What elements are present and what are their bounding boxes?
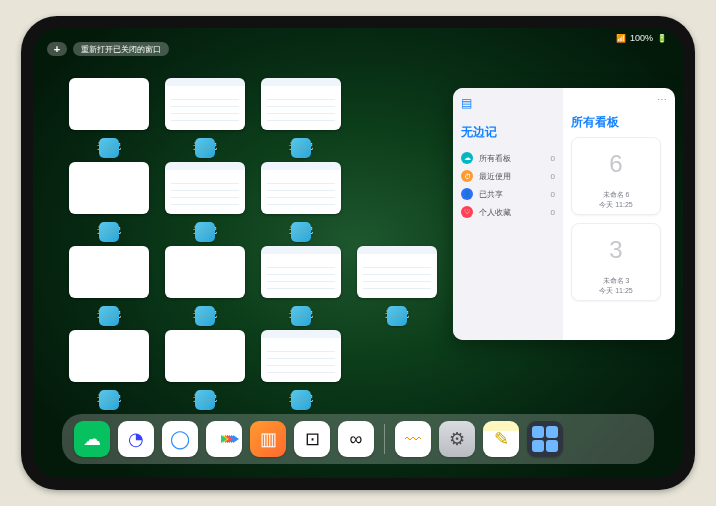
app-switcher-grid: 无边记无边记无边记无边记无边记无边记无边记无边记无边记无边记无边记无边记无边记	[69, 78, 437, 402]
freeform-icon	[99, 138, 119, 158]
freeform-icon	[195, 390, 215, 410]
app-thumbnail[interactable]: 无边记	[69, 78, 149, 150]
app-thumbnail-window	[69, 246, 149, 298]
dock-app-folder[interactable]	[527, 421, 563, 457]
reopen-closed-window-button[interactable]: 重新打开已关闭的窗口	[73, 42, 169, 56]
board-card[interactable]: 6 未命名 6今天 11:25	[571, 137, 661, 215]
dock-app-reader[interactable]: ⊡	[294, 421, 330, 457]
freeform-icon	[99, 306, 119, 326]
sidebar-category[interactable]: ⏱ 最近使用 0	[461, 167, 555, 185]
app-thumbnail-window	[69, 330, 149, 382]
app-thumbnail[interactable]: 无边记	[165, 330, 245, 402]
category-label: 最近使用	[479, 171, 511, 182]
dock: ☁◔◯▥⊡∞⚙✎	[62, 414, 654, 464]
wifi-icon	[616, 33, 626, 43]
freeform-panel: ▤ 无边记 ☁ 所有看板 0⏱ 最近使用 0👤 已共享 0♡ 个人收藏 0 ⋯ …	[453, 88, 675, 340]
ipad-screen: 100% + 重新打开已关闭的窗口 无边记无边记无边记无边记无边记无边记无边记无…	[33, 28, 683, 478]
app-thumbnail[interactable]: 无边记	[357, 246, 437, 318]
dock-app-settings[interactable]: ⚙	[439, 421, 475, 457]
freeform-boards-pane: ⋯ 所有看板 6 未命名 6今天 11:253 未命名 3今天 11:25	[563, 88, 675, 340]
sidebar-category[interactable]: 👤 已共享 0	[461, 185, 555, 203]
top-left-controls: + 重新打开已关闭的窗口	[47, 42, 169, 56]
freeform-title: 无边记	[461, 124, 555, 141]
app-thumbnail-window	[261, 246, 341, 298]
dock-divider	[384, 424, 385, 454]
freeform-icon	[195, 306, 215, 326]
app-thumbnail[interactable]: 无边记	[261, 162, 341, 234]
boards-pane-title: 所有看板	[571, 114, 667, 131]
freeform-icon	[195, 222, 215, 242]
app-thumbnail-window	[165, 246, 245, 298]
app-thumbnail-window	[261, 78, 341, 130]
battery-icon	[657, 33, 667, 43]
category-count: 0	[551, 154, 555, 163]
app-thumbnail[interactable]: 无边记	[261, 246, 341, 318]
dock-app-huya[interactable]: ◔	[118, 421, 154, 457]
app-thumbnail[interactable]: 无边记	[69, 246, 149, 318]
battery-percent: 100%	[630, 33, 653, 43]
board-preview: 6	[609, 138, 622, 190]
freeform-icon	[291, 222, 311, 242]
app-thumbnail[interactable]: 无边记	[261, 78, 341, 150]
dock-app-qbrowse[interactable]: ◯	[162, 421, 198, 457]
app-thumbnail[interactable]: 无边记	[165, 78, 245, 150]
dock-app-books[interactable]: ▥	[250, 421, 286, 457]
app-thumbnail[interactable]: 无边记	[69, 330, 149, 402]
freeform-icon	[405, 429, 421, 450]
app-thumbnail-window	[165, 330, 245, 382]
app-folder-icon	[532, 426, 558, 452]
sidebar-category[interactable]: ☁ 所有看板 0	[461, 149, 555, 167]
dock-app-iqiyi[interactable]	[206, 421, 242, 457]
app-thumbnail[interactable]: 无边记	[165, 162, 245, 234]
board-meta: 未命名 3今天 11:25	[599, 276, 632, 300]
freeform-icon	[291, 138, 311, 158]
app-thumbnail[interactable]: 无边记	[69, 162, 149, 234]
app-thumbnail-window	[69, 162, 149, 214]
sidebar-toggle-icon[interactable]: ▤	[461, 96, 475, 110]
app-thumbnail-window	[165, 78, 245, 130]
category-icon: 👤	[461, 188, 473, 200]
status-bar: 100%	[616, 33, 667, 43]
sidebar-category[interactable]: ♡ 个人收藏 0	[461, 203, 555, 221]
category-label: 所有看板	[479, 153, 511, 164]
board-meta: 未命名 6今天 11:25	[599, 190, 632, 214]
category-icon: ♡	[461, 206, 473, 218]
category-icon: ⏱	[461, 170, 473, 182]
new-window-button[interactable]: +	[47, 42, 67, 56]
dock-app-freeform[interactable]	[395, 421, 431, 457]
category-count: 0	[551, 172, 555, 181]
category-count: 0	[551, 208, 555, 217]
board-card[interactable]: 3 未命名 3今天 11:25	[571, 223, 661, 301]
dock-app-migu[interactable]: ∞	[338, 421, 374, 457]
freeform-sidebar: ▤ 无边记 ☁ 所有看板 0⏱ 最近使用 0👤 已共享 0♡ 个人收藏 0	[453, 88, 563, 340]
more-menu-icon[interactable]: ⋯	[571, 96, 667, 104]
iqiyi-icon	[221, 435, 227, 443]
app-thumbnail-window	[261, 162, 341, 214]
app-thumbnail[interactable]: 无边记	[165, 246, 245, 318]
dock-app-notes[interactable]: ✎	[483, 421, 519, 457]
freeform-icon	[99, 390, 119, 410]
dock-app-wechat[interactable]: ☁	[74, 421, 110, 457]
app-thumbnail-window	[357, 246, 437, 298]
freeform-icon	[387, 306, 407, 326]
board-preview: 3	[609, 224, 622, 276]
app-thumbnail[interactable]: 无边记	[261, 330, 341, 402]
category-label: 已共享	[479, 189, 503, 200]
category-label: 个人收藏	[479, 207, 511, 218]
freeform-icon	[291, 306, 311, 326]
category-icon: ☁	[461, 152, 473, 164]
freeform-icon	[99, 222, 119, 242]
freeform-icon	[291, 390, 311, 410]
freeform-icon	[195, 138, 215, 158]
app-thumbnail-window	[165, 162, 245, 214]
app-thumbnail-window	[69, 78, 149, 130]
app-thumbnail-window	[261, 330, 341, 382]
category-count: 0	[551, 190, 555, 199]
ipad-device: 100% + 重新打开已关闭的窗口 无边记无边记无边记无边记无边记无边记无边记无…	[21, 16, 695, 490]
